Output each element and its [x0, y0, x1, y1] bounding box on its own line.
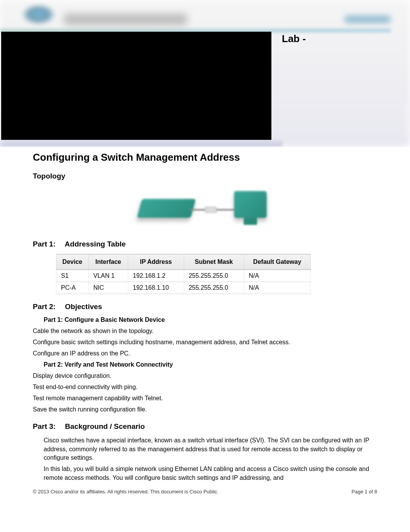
part1-label: Part 1:	[33, 240, 63, 248]
objective-line: Cable the network as shown in the topolo…	[33, 326, 377, 335]
document-content: Configuring a Switch Management Address …	[0, 147, 410, 500]
pc-icon	[234, 191, 267, 218]
switch-icon	[137, 199, 196, 218]
cable-label-icon	[205, 207, 217, 213]
table-row: PC-A NIC 192.168.1.10 255.255.255.0 N/A	[56, 282, 311, 294]
header-title-blur	[64, 14, 187, 25]
addressing-table: Device Interface IP Address Subnet Mask …	[56, 254, 311, 294]
objective-line: Configure an IP address on the PC.	[33, 349, 377, 358]
th-interface: Interface	[88, 254, 128, 270]
part3-label: Part 3:	[33, 422, 63, 431]
cell: 192.168.1.10	[128, 282, 184, 294]
page-footer: © 2013 Cisco and/or its affiliates. All …	[33, 489, 377, 495]
document-title: Configuring a Switch Management Address	[33, 151, 377, 163]
header-blurred-region: Lab -	[0, 0, 410, 147]
cisco-logo-blur	[21, 4, 56, 25]
table-row: S1 VLAN 1 192.168.1.2 255.255.255.0 N/A	[56, 270, 311, 282]
copyright-text: © 2013 Cisco and/or its affiliates. All …	[33, 489, 219, 495]
part3-heading: Part 3: Background / Scenario	[33, 422, 377, 431]
part2-title: Objectives	[65, 303, 102, 311]
topology-heading: Topology	[33, 172, 377, 180]
background-para: In this lab, you will build a simple net…	[44, 465, 377, 482]
th-gateway: Default Gateway	[244, 254, 311, 270]
cell: NIC	[88, 282, 128, 294]
part1-heading: Part 1: Addressing Table	[33, 240, 377, 248]
th-ip: IP Address	[128, 254, 184, 270]
cell: N/A	[244, 270, 311, 282]
cell: 192.168.1.2	[128, 270, 184, 282]
cell: N/A	[244, 282, 311, 294]
part1-title: Addressing Table	[65, 240, 126, 248]
lab-label: Lab -	[282, 33, 306, 45]
cell: PC-A	[56, 282, 89, 294]
redacted-black-box	[1, 32, 271, 140]
topology-diagram	[128, 185, 282, 231]
header-right-blur	[344, 15, 391, 23]
objectives-sub2: Part 2: Verify and Test Network Connecti…	[44, 361, 377, 368]
cell: 255.255.255.0	[184, 282, 244, 294]
objective-line: Test end-to-end connectivity with ping.	[33, 382, 377, 391]
cell: VLAN 1	[88, 270, 128, 282]
objective-line: Save the switch running configuration fi…	[33, 405, 377, 414]
table-header-row: Device Interface IP Address Subnet Mask …	[56, 254, 311, 270]
part2-heading: Part 2: Objectives	[33, 303, 377, 311]
cell: S1	[56, 270, 89, 282]
part3-title: Background / Scenario	[65, 422, 145, 430]
cell: 255.255.255.0	[184, 270, 244, 282]
th-device: Device	[56, 254, 89, 270]
part2-label: Part 2:	[33, 303, 63, 311]
objective-line: Display device configuration.	[33, 371, 377, 380]
th-mask: Subnet Mask	[184, 254, 244, 270]
objective-line: Configure basic switch settings includin…	[33, 338, 377, 347]
objective-line: Test remote management capability with T…	[33, 394, 377, 403]
background-para: Cisco switches have a special interface,…	[44, 436, 377, 462]
objectives-sub1: Part 1: Configure a Basic Network Device	[44, 316, 377, 323]
header-bottom-glow	[0, 140, 283, 147]
page-number: Page 1 of 8	[352, 489, 378, 495]
